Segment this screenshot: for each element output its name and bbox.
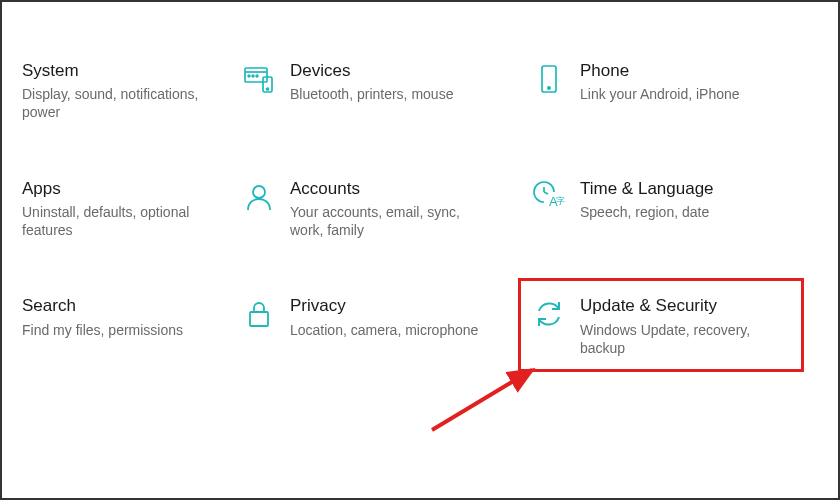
svg-point-8 [548,87,550,89]
tile-title: Apps [22,178,222,199]
tile-time-language[interactable]: A 字 Time & Language Speech, region, date [532,178,822,240]
tile-accounts[interactable]: Accounts Your accounts, email, sync, wor… [242,178,522,240]
accounts-icon [242,180,276,214]
tile-desc: Link your Android, iPhone [580,85,740,103]
tile-privacy[interactable]: Privacy Location, camera, microphone [242,295,522,357]
tile-desc: Uninstall, defaults, optional features [22,203,222,239]
tile-update-security[interactable]: Update & Security Windows Update, recove… [532,295,822,357]
time-language-icon: A 字 [532,180,566,214]
tile-desc: Bluetooth, printers, mouse [290,85,453,103]
svg-point-3 [252,75,254,77]
tile-devices[interactable]: Devices Bluetooth, printers, mouse [242,60,522,122]
tile-title: Phone [580,60,740,81]
annotation-arrow-icon [422,360,552,440]
svg-point-2 [248,75,250,77]
tile-desc: Find my files, permissions [22,321,183,339]
tile-title: Devices [290,60,453,81]
tile-desc: Speech, region, date [580,203,714,221]
tile-title: Search [22,295,183,316]
devices-icon [242,62,276,96]
svg-line-11 [544,192,548,194]
tile-desc: Windows Update, recovery, backup [580,321,780,357]
tile-search[interactable]: Search Find my files, permissions [22,295,232,357]
tile-desc: Location, camera, microphone [290,321,478,339]
svg-line-15 [432,370,532,430]
tile-title: Update & Security [580,295,780,316]
svg-point-6 [267,88,269,90]
settings-grid: System Display, sound, notifications, po… [2,2,838,357]
privacy-lock-icon [242,297,276,331]
update-sync-icon [532,297,566,331]
svg-point-4 [256,75,258,77]
tile-desc: Your accounts, email, sync, work, family [290,203,490,239]
tile-title: Time & Language [580,178,714,199]
svg-rect-14 [250,312,268,326]
tile-title: Privacy [290,295,478,316]
tile-phone[interactable]: Phone Link your Android, iPhone [532,60,822,122]
tile-title: Accounts [290,178,490,199]
phone-icon [532,62,566,96]
svg-text:字: 字 [556,196,565,206]
tile-apps[interactable]: Apps Uninstall, defaults, optional featu… [22,178,232,240]
tile-title: System [22,60,222,81]
svg-point-9 [253,186,265,198]
tile-system[interactable]: System Display, sound, notifications, po… [22,60,232,122]
tile-desc: Display, sound, notifications, power [22,85,222,121]
